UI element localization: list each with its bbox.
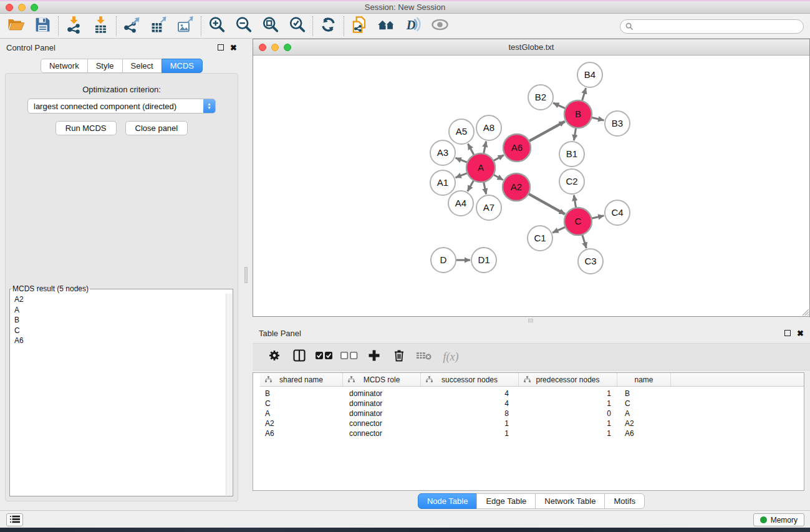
table-cell[interactable]: B (617, 389, 671, 398)
table-row[interactable]: A6connector11A6 (260, 428, 804, 438)
float-panel-icon[interactable] (218, 44, 224, 51)
delete-table-button[interactable] (413, 346, 435, 367)
graph-edge-A-A6[interactable] (493, 155, 504, 162)
memory-button[interactable]: Memory (753, 513, 804, 526)
mcds-result-item[interactable]: A2 (11, 294, 225, 305)
table-cell[interactable]: 0 (519, 409, 617, 418)
export-network-button[interactable] (118, 16, 145, 37)
add-column-button[interactable] (363, 346, 385, 367)
table-cell[interactable]: dominator (343, 399, 421, 408)
search-field[interactable] (620, 19, 804, 34)
search-input[interactable] (637, 22, 798, 31)
zoom-out-button[interactable] (230, 16, 257, 37)
network-window-titlebar[interactable]: testGlobe.txt (253, 39, 809, 56)
close-table-panel-icon[interactable]: ✖ (797, 329, 804, 337)
graph-edge-C-C3[interactable] (582, 234, 586, 248)
tab-mcds[interactable]: MCDS (162, 59, 203, 73)
function-builder-button[interactable]: f(x) (438, 346, 460, 367)
select-all-button[interactable] (313, 346, 335, 367)
graph-edge-B-B2[interactable] (553, 103, 566, 109)
run-mcds-button[interactable]: Run MCDS (55, 121, 117, 135)
table-cell[interactable]: A6 (260, 429, 343, 438)
tab-network[interactable]: Network (41, 59, 88, 73)
column-header-name[interactable]: name (617, 373, 671, 386)
graph-edge-A2-C[interactable] (528, 193, 565, 214)
table-row[interactable]: Adominator80A (260, 409, 804, 418)
table-cell[interactable]: B (260, 389, 343, 398)
table-cell[interactable]: A2 (260, 419, 343, 428)
export-image-button[interactable] (172, 16, 199, 37)
zoom-in-button[interactable] (203, 16, 230, 37)
clone-network-button[interactable] (346, 16, 373, 37)
zoom-selected-button[interactable] (284, 16, 311, 37)
save-session-button[interactable] (29, 16, 56, 37)
column-header-MCDS-role[interactable]: MCDS role (343, 373, 421, 386)
graph-edge-B-B3[interactable] (591, 117, 604, 120)
table-cell[interactable]: connector (343, 429, 421, 438)
tab-motifs[interactable]: Motifs (604, 493, 645, 509)
import-network-button[interactable] (60, 16, 87, 37)
table-cell[interactable]: 4 (421, 399, 519, 408)
horizontal-splitter-handle[interactable] (528, 319, 533, 322)
graph-edge-A-A5[interactable] (468, 143, 474, 155)
network-graph[interactable]: B4B2BB3A8A5A6A3B1AC2A1A2A4A7C4CC1DD1C3 (253, 56, 809, 317)
table-settings-button[interactable] (263, 346, 286, 367)
column-header-predecessor-nodes[interactable]: predecessor nodes (519, 373, 617, 386)
export-table-button[interactable] (145, 16, 172, 37)
table-cell[interactable]: 8 (421, 409, 519, 418)
first-neighbors-button[interactable] (373, 16, 400, 37)
table-cell[interactable]: A6 (617, 429, 671, 438)
deselect-all-button[interactable] (338, 346, 360, 367)
import-table-button[interactable] (87, 16, 114, 37)
table-cell[interactable]: 1 (519, 419, 617, 428)
annotations-button[interactable]: D (400, 16, 427, 37)
graph-edge-C-C4[interactable] (591, 216, 604, 219)
table-cell[interactable]: 1 (421, 419, 519, 428)
table-cell[interactable]: 4 (421, 389, 519, 398)
show-columns-button[interactable] (288, 346, 311, 367)
table-cell[interactable]: A (260, 409, 343, 418)
task-history-button[interactable] (6, 513, 23, 526)
tab-edge-table[interactable]: Edge Table (476, 493, 536, 509)
mcds-result-item[interactable]: A6 (11, 336, 225, 346)
mcds-result-list[interactable]: A2ABCA6 (11, 294, 225, 495)
table-cell[interactable]: 1 (519, 399, 617, 408)
tab-style[interactable]: Style (87, 59, 123, 73)
optimization-criterion-select[interactable]: largest connected component (directed) ▲… (27, 99, 216, 114)
table-cell[interactable]: C (260, 399, 343, 408)
graph-edge-B-B4[interactable] (582, 88, 586, 102)
close-panel-button[interactable]: Close panel (125, 121, 188, 135)
mcds-result-item[interactable]: B (11, 315, 225, 326)
graph-edge-A-A1[interactable] (456, 173, 468, 178)
show-hide-button[interactable] (427, 16, 453, 37)
graph-edge-A-A8[interactable] (483, 142, 486, 155)
tab-node-table[interactable]: Node Table (418, 493, 478, 509)
mcds-result-item[interactable]: C (11, 326, 225, 336)
table-cell[interactable]: A2 (617, 419, 671, 428)
graph-edge-A-A3[interactable] (456, 158, 468, 163)
close-panel-icon[interactable]: ✖ (230, 44, 237, 52)
table-cell[interactable]: dominator (343, 389, 421, 398)
table-cell[interactable]: 1 (519, 389, 617, 398)
graph-edge-A-A4[interactable] (468, 180, 474, 191)
column-header-successor-nodes[interactable]: successor nodes (421, 373, 519, 386)
table-row[interactable]: A2connector11A2 (260, 418, 804, 428)
mcds-result-scrollbar[interactable] (226, 294, 232, 495)
float-table-panel-icon[interactable] (784, 330, 791, 336)
tab-select[interactable]: Select (122, 59, 162, 73)
graph-edge-A-A7[interactable] (483, 181, 486, 195)
column-header-shared-name[interactable]: shared name (260, 373, 343, 386)
table-row[interactable]: Bdominator41B (260, 389, 804, 399)
graph-edge-A-A2[interactable] (493, 175, 503, 180)
table-row[interactable]: Cdominator41C (260, 399, 804, 409)
table-cell[interactable]: dominator (343, 409, 421, 418)
table-cell[interactable]: 1 (519, 429, 617, 438)
graph-edge-B-B1[interactable] (574, 127, 576, 141)
table-cell[interactable]: 1 (421, 429, 519, 438)
open-file-button[interactable] (2, 16, 29, 37)
graph-edge-C-C2[interactable] (574, 195, 576, 209)
graph-edge-C-C1[interactable] (552, 227, 566, 233)
table-cell[interactable]: connector (343, 419, 421, 428)
zoom-fit-button[interactable] (257, 16, 284, 37)
network-canvas[interactable]: B4B2BB3A8A5A6A3B1AC2A1A2A4A7C4CC1DD1C3 (253, 56, 809, 316)
